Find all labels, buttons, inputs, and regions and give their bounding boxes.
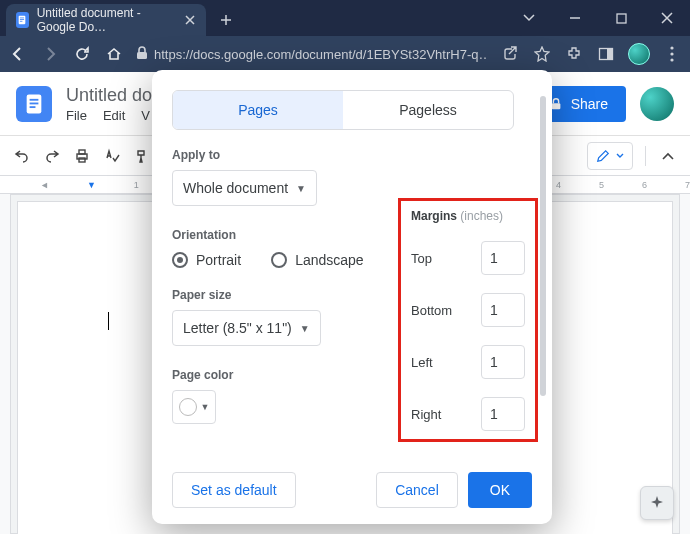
radio-landscape[interactable]: Landscape bbox=[271, 252, 364, 268]
caret-down-icon: ▼ bbox=[300, 323, 310, 334]
radio-landscape-label: Landscape bbox=[295, 252, 364, 268]
apply-to-select[interactable]: Whole document ▼ bbox=[172, 170, 317, 206]
color-swatch-icon bbox=[179, 398, 197, 416]
radio-icon bbox=[172, 252, 188, 268]
apply-to-value: Whole document bbox=[183, 180, 288, 196]
caret-down-icon: ▼ bbox=[296, 183, 306, 194]
margin-left-label: Left bbox=[411, 355, 433, 370]
margin-left-input[interactable] bbox=[481, 345, 525, 379]
cancel-button[interactable]: Cancel bbox=[376, 472, 458, 508]
paper-size-value: Letter (8.5" x 11") bbox=[183, 320, 292, 336]
page-setup-dialog: Pages Pageless Apply to Whole document ▼… bbox=[152, 70, 552, 524]
tab-pages[interactable]: Pages bbox=[173, 91, 343, 129]
caret-down-icon: ▼ bbox=[201, 402, 210, 412]
margin-right-input[interactable] bbox=[481, 397, 525, 431]
set-default-button[interactable]: Set as default bbox=[172, 472, 296, 508]
margin-top-input[interactable] bbox=[481, 241, 525, 275]
apply-to-label: Apply to bbox=[172, 148, 538, 162]
margin-top-label: Top bbox=[411, 251, 432, 266]
margin-right-label: Right bbox=[411, 407, 441, 422]
margins-label: Margins bbox=[411, 209, 457, 223]
radio-icon bbox=[271, 252, 287, 268]
dialog-backdrop: Pages Pageless Apply to Whole document ▼… bbox=[0, 0, 690, 534]
ok-button[interactable]: OK bbox=[468, 472, 532, 508]
margins-unit: (inches) bbox=[460, 209, 503, 223]
margin-bottom-label: Bottom bbox=[411, 303, 452, 318]
dialog-scrollbar[interactable] bbox=[540, 86, 546, 508]
margin-bottom-input[interactable] bbox=[481, 293, 525, 327]
margins-section: Margins (inches) Top Bottom Left Right bbox=[398, 198, 538, 442]
page-color-select[interactable]: ▼ bbox=[172, 390, 216, 424]
radio-portrait-label: Portrait bbox=[196, 252, 241, 268]
tab-pageless[interactable]: Pageless bbox=[343, 91, 513, 129]
dialog-footer: Set as default Cancel OK bbox=[172, 472, 532, 508]
radio-portrait[interactable]: Portrait bbox=[172, 252, 241, 268]
paper-size-select[interactable]: Letter (8.5" x 11") ▼ bbox=[172, 310, 321, 346]
dialog-tabs: Pages Pageless bbox=[172, 90, 514, 130]
